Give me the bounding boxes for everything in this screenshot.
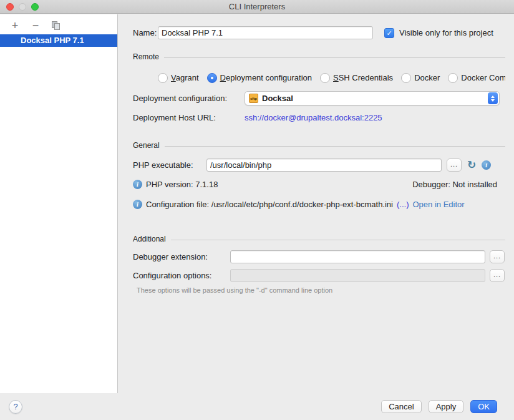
remote-type-radio-group: Vagrant Deployment configuration SSH Cre… xyxy=(158,72,505,83)
additional-section-header: Additional xyxy=(133,235,505,243)
radio-icon xyxy=(448,73,458,83)
php-version-text: PHP version: 7.1.18 xyxy=(146,180,218,189)
visible-only-checkbox[interactable]: ✓ xyxy=(384,28,394,38)
deployment-configuration-label: Deployment configuration: xyxy=(133,94,245,103)
list-item-interpreter[interactable]: Docksal PHP 7.1 xyxy=(0,34,117,47)
deployment-host-url-label: Deployment Host URL: xyxy=(133,113,245,122)
copy-interpreter-button[interactable] xyxy=(51,20,61,31)
deployment-host-url-link[interactable]: ssh://docker@drupaltest.docksal:2225 xyxy=(245,113,382,122)
apply-button[interactable]: Apply xyxy=(429,400,464,413)
configuration-options-label: Configuration options: xyxy=(133,271,230,280)
debugger-extension-label: Debugger extension: xyxy=(133,252,230,261)
ok-button[interactable]: OK xyxy=(470,400,497,413)
window-title: CLI Interpreters xyxy=(229,2,285,11)
question-mark-icon: ? xyxy=(13,402,17,411)
deployment-configuration-select[interactable]: sftp Docksal xyxy=(245,91,500,105)
info-icon: i xyxy=(133,200,142,209)
remove-interpreter-button[interactable]: − xyxy=(31,20,41,31)
more-config-files-link[interactable]: (...) xyxy=(397,200,409,209)
debugger-extension-browse-button[interactable]: ... xyxy=(490,250,505,263)
remote-section-header: Remote xyxy=(133,52,505,61)
minus-icon: − xyxy=(32,21,39,31)
debugger-extension-input[interactable] xyxy=(230,250,485,263)
php-executable-browse-button[interactable]: ... xyxy=(447,159,462,172)
section-divider xyxy=(171,240,505,240)
configuration-options-browse-button[interactable]: ... xyxy=(490,269,505,282)
close-window-icon[interactable] xyxy=(6,3,14,11)
copy-icon xyxy=(52,21,61,31)
visible-only-label: Visible only for this project xyxy=(399,28,493,37)
radio-ssh-credentials[interactable]: SSH Credentials xyxy=(320,73,393,83)
name-input[interactable] xyxy=(158,26,373,39)
php-executable-label: PHP executable: xyxy=(133,160,206,170)
section-divider xyxy=(165,146,505,147)
radio-deployment-configuration[interactable]: Deployment configuration xyxy=(207,73,312,83)
reload-php-info-icon[interactable]: ↻ xyxy=(467,160,476,170)
interpreter-name: Docksal PHP 7.1 xyxy=(21,36,84,45)
section-divider xyxy=(164,57,505,58)
radio-selected-icon xyxy=(207,73,217,83)
chevron-up-icon xyxy=(491,95,495,98)
zoom-window-icon[interactable] xyxy=(31,3,39,11)
debugger-status-text: Debugger: Not installed xyxy=(412,180,497,189)
plus-icon: + xyxy=(12,21,19,31)
show-php-info-icon[interactable]: i xyxy=(482,160,491,170)
add-interpreter-button[interactable]: + xyxy=(10,20,20,31)
interpreter-list-panel: + − Docksal PHP 7.1 xyxy=(0,14,118,393)
php-executable-input[interactable] xyxy=(206,159,442,172)
radio-icon xyxy=(320,73,330,83)
name-label: Name: xyxy=(133,28,158,37)
info-icon: i xyxy=(133,180,142,189)
radio-icon xyxy=(401,73,411,83)
radio-icon xyxy=(158,73,168,83)
cancel-button[interactable]: Cancel xyxy=(381,400,421,413)
radio-vagrant[interactable]: Vagrant xyxy=(158,73,199,83)
interpreter-settings-panel: Name: ✓ Visible only for this project Re… xyxy=(118,14,514,393)
chevron-down-icon xyxy=(491,99,495,102)
configuration-file-text: Configuration file: /usr/local/etc/php/c… xyxy=(146,200,393,209)
radio-docker-compose[interactable]: Docker Compose xyxy=(448,73,505,83)
sftp-file-icon: sftp xyxy=(249,94,258,103)
open-in-editor-link[interactable]: Open in Editor xyxy=(412,200,464,209)
general-section-header: General xyxy=(133,141,505,150)
list-toolbar: + − xyxy=(0,14,117,34)
radio-docker[interactable]: Docker xyxy=(401,73,440,83)
title-bar: CLI Interpreters xyxy=(0,0,514,14)
deployment-configuration-value: Docksal xyxy=(262,94,293,103)
checkmark-icon: ✓ xyxy=(386,29,392,37)
help-button[interactable]: ? xyxy=(9,400,22,414)
combo-stepper[interactable] xyxy=(488,92,498,104)
dialog-footer: ? Cancel Apply OK xyxy=(0,393,514,420)
options-helper-text: These options will be passed using the "… xyxy=(137,286,505,294)
minimize-window-icon xyxy=(19,3,26,11)
configuration-options-input xyxy=(230,269,485,282)
